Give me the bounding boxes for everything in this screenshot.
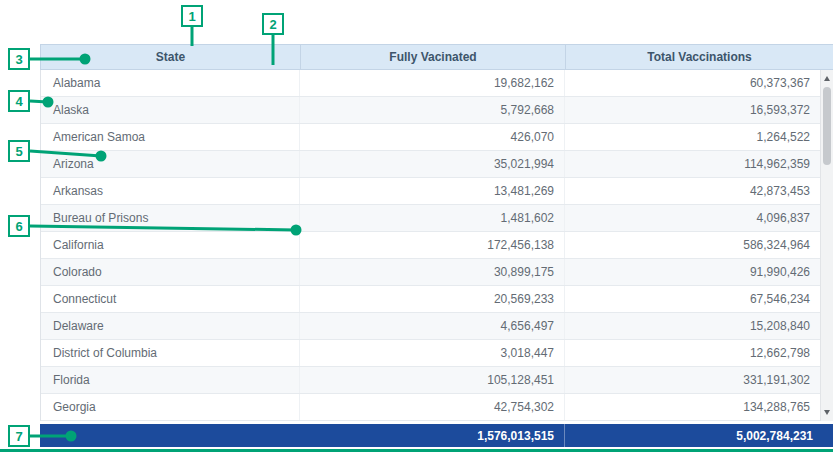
bottom-rule (0, 449, 833, 452)
table-row[interactable]: Bureau of Prisons 1,481,602 4,096,837 (41, 205, 820, 232)
totals-total-vaccinations: 5,002,784,231 (565, 424, 833, 447)
scroll-up-icon (824, 76, 830, 81)
cell-total-vaccinations: 91,990,426 (565, 259, 820, 285)
cell-state: Arkansas (41, 178, 300, 204)
callout-6: 6 (8, 215, 30, 237)
table-row[interactable]: American Samoa 426,070 1,264,522 (41, 124, 820, 151)
table-row[interactable]: California 172,456,138 586,324,964 (41, 232, 820, 259)
table-row[interactable]: District of Columbia 3,018,447 12,662,79… (41, 340, 820, 367)
totals-row: 1,576,013,515 5,002,784,231 (40, 424, 833, 447)
callout-5: 5 (8, 140, 30, 162)
scroll-up-button[interactable] (821, 71, 833, 86)
totals-fully-vaccinated: 1,576,013,515 (300, 424, 565, 447)
cell-fully-vaccinated: 3,018,447 (300, 340, 565, 366)
cell-state: Alabama (41, 70, 300, 96)
callout-3: 3 (8, 48, 30, 70)
cell-fully-vaccinated: 19,682,162 (300, 70, 565, 96)
cell-fully-vaccinated: 5,792,668 (300, 97, 565, 123)
cell-state: Connecticut (41, 286, 300, 312)
table-row[interactable]: Arizona 35,021,994 114,962,359 (41, 151, 820, 178)
cell-state: California (41, 232, 300, 258)
cell-fully-vaccinated: 20,569,233 (300, 286, 565, 312)
totals-state-cell (40, 424, 300, 447)
table-row[interactable]: Florida 105,128,451 331,191,302 (41, 367, 820, 394)
cell-state: Bureau of Prisons (41, 205, 300, 231)
table-body: Alabama 19,682,162 60,373,367 Alaska 5,7… (40, 70, 820, 421)
cell-fully-vaccinated: 13,481,269 (300, 178, 565, 204)
callout-1: 1 (181, 5, 203, 27)
cell-total-vaccinations: 16,593,372 (565, 97, 820, 123)
cell-state: District of Columbia (41, 340, 300, 366)
table-row[interactable]: Alaska 5,792,668 16,593,372 (41, 97, 820, 124)
column-header-fully-vaccinated[interactable]: Fully Vacinated (301, 45, 566, 69)
cell-state: Georgia (41, 394, 300, 420)
scroll-down-icon (824, 410, 830, 415)
cell-fully-vaccinated: 105,128,451 (300, 367, 565, 393)
column-header-total-vaccinations[interactable]: Total Vaccinations (566, 45, 833, 69)
cell-total-vaccinations: 15,208,840 (565, 313, 820, 339)
annotated-list-table-screenshot: State Fully Vacinated Total Vaccinations… (0, 0, 833, 453)
cell-total-vaccinations: 331,191,302 (565, 367, 820, 393)
cell-fully-vaccinated: 426,070 (300, 124, 565, 150)
table-row[interactable]: Connecticut 20,569,233 67,546,234 (41, 286, 820, 313)
cell-total-vaccinations: 42,873,453 (565, 178, 820, 204)
cell-fully-vaccinated: 172,456,138 (300, 232, 565, 258)
cell-total-vaccinations: 12,662,798 (565, 340, 820, 366)
callout-7: 7 (8, 425, 30, 447)
callout-4: 4 (8, 90, 30, 112)
cell-state: Arizona (41, 151, 300, 177)
cell-total-vaccinations: 586,324,964 (565, 232, 820, 258)
table-header-row: State Fully Vacinated Total Vaccinations (40, 44, 833, 70)
table-row[interactable]: Delaware 4,656,497 15,208,840 (41, 313, 820, 340)
cell-fully-vaccinated: 30,899,175 (300, 259, 565, 285)
cell-total-vaccinations: 114,962,359 (565, 151, 820, 177)
table-row[interactable]: Alabama 19,682,162 60,373,367 (41, 70, 820, 97)
cell-fully-vaccinated: 1,481,602 (300, 205, 565, 231)
cell-state: Florida (41, 367, 300, 393)
cell-fully-vaccinated: 42,754,302 (300, 394, 565, 420)
cell-fully-vaccinated: 4,656,497 (300, 313, 565, 339)
cell-state: American Samoa (41, 124, 300, 150)
cell-state: Colorado (41, 259, 300, 285)
cell-state: Alaska (41, 97, 300, 123)
table-row[interactable]: Arkansas 13,481,269 42,873,453 (41, 178, 820, 205)
table-row[interactable]: Georgia 42,754,302 134,288,765 (41, 394, 820, 421)
scroll-down-button[interactable] (821, 405, 833, 420)
cell-total-vaccinations: 67,546,234 (565, 286, 820, 312)
cell-state: Delaware (41, 313, 300, 339)
cell-fully-vaccinated: 35,021,994 (300, 151, 565, 177)
scrollbar-thumb[interactable] (823, 87, 831, 165)
cell-total-vaccinations: 4,096,837 (565, 205, 820, 231)
table-row[interactable]: Colorado 30,899,175 91,990,426 (41, 259, 820, 286)
cell-total-vaccinations: 1,264,522 (565, 124, 820, 150)
cell-total-vaccinations: 60,373,367 (565, 70, 820, 96)
cell-total-vaccinations: 134,288,765 (565, 394, 820, 420)
callout-2: 2 (262, 13, 284, 35)
column-header-state[interactable]: State (41, 45, 301, 69)
vertical-scrollbar[interactable] (820, 70, 833, 421)
